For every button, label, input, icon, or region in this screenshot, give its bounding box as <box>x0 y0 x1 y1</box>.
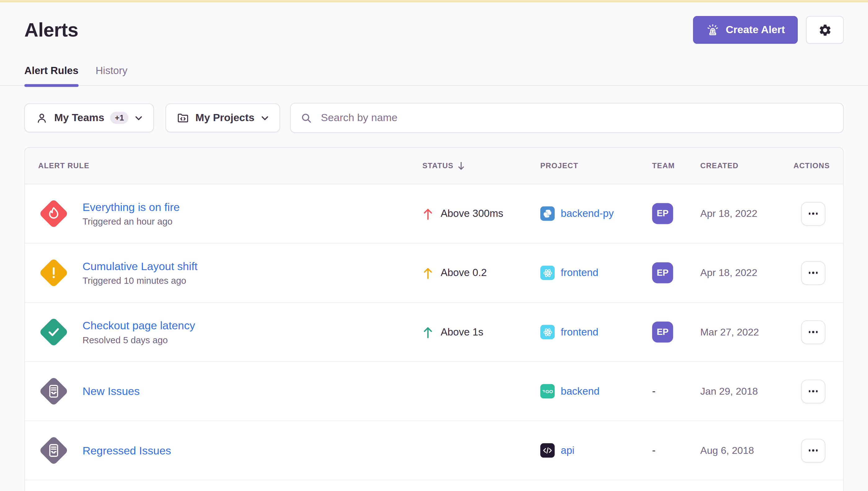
projects-filter-label: My Projects <box>196 112 255 124</box>
alert-rule-subtitle: Resolved 5 days ago <box>82 335 195 345</box>
page-header: Alerts Create Alert <box>0 16 868 44</box>
issues-diamond-icon <box>38 435 69 466</box>
table-row: Checkout page latency Resolved 5 days ag… <box>25 302 843 362</box>
column-header-alert-rule[interactable]: Alert Rule <box>38 162 422 170</box>
chevron-down-icon <box>261 114 269 122</box>
tab-history-label: History <box>95 65 128 77</box>
gear-icon <box>818 23 832 37</box>
sort-descending-arrow-icon <box>457 161 466 171</box>
page-title: Alerts <box>25 19 78 41</box>
arrow-up-icon <box>422 325 433 339</box>
alert-rule-link[interactable]: Everything is on fire <box>82 201 180 213</box>
row-actions-button[interactable] <box>801 379 825 403</box>
created-date: Apr 18, 2022 <box>700 267 789 279</box>
react-platform-icon <box>540 265 554 280</box>
created-date: Apr 18, 2022 <box>700 208 789 220</box>
ellipsis-icon <box>809 450 818 451</box>
svg-text:GO: GO <box>545 389 553 394</box>
column-header-project[interactable]: Project <box>540 162 652 170</box>
teams-filter-label: My Teams <box>54 112 105 124</box>
search-icon <box>300 112 313 124</box>
ellipsis-icon <box>809 390 818 392</box>
table-row: Regressed Issues api - Aug 6, 2018 <box>25 421 843 480</box>
create-alert-label: Create Alert <box>726 24 785 36</box>
team-none: - <box>652 385 655 397</box>
alert-rules-table: Alert Rule Status Project Team Created A… <box>25 147 844 491</box>
python-platform-icon <box>540 206 554 221</box>
chevron-down-icon <box>135 114 143 122</box>
projects-filter-button[interactable]: My Projects <box>166 104 280 132</box>
row-actions-button[interactable] <box>801 320 825 344</box>
alert-rule-subtitle: Triggered an hour ago <box>82 216 180 227</box>
arrow-up-icon <box>422 266 433 280</box>
next-row-partial <box>25 481 843 491</box>
project-link[interactable]: api <box>561 444 575 456</box>
alert-rule-link[interactable]: Checkout page latency <box>82 319 195 332</box>
arrow-up-icon <box>422 207 433 221</box>
status-threshold: Above 0.2 <box>441 267 487 279</box>
active-tab-underline <box>25 84 78 87</box>
issues-diamond-icon <box>38 376 69 407</box>
teams-extra-count-badge: +1 <box>110 112 128 124</box>
tab-history[interactable]: History <box>95 65 128 85</box>
team-none: - <box>652 444 655 456</box>
code-platform-icon <box>540 443 554 458</box>
project-link[interactable]: frontend <box>561 326 598 338</box>
resolved-check-diamond-icon <box>38 317 69 348</box>
status-threshold: Above 1s <box>441 326 483 338</box>
tab-bar: Alert Rules History <box>0 65 868 86</box>
alert-rule-link[interactable]: New Issues <box>82 385 140 398</box>
project-folder-code-icon <box>177 112 189 124</box>
table-row: Everything is on fire Triggered an hour … <box>25 184 843 243</box>
header-actions: Create Alert <box>693 16 843 44</box>
status-threshold: Above 300ms <box>441 207 503 220</box>
search-input[interactable] <box>320 111 834 124</box>
alert-rule-link[interactable]: Cumulative Layout shift <box>82 260 197 272</box>
table-row: New Issues GO backend - Jan 29, 2018 <box>25 362 843 421</box>
created-date: Mar 27, 2022 <box>700 326 789 338</box>
alerts-page: Alerts Create Alert <box>0 0 868 491</box>
fire-critical-diamond-icon <box>38 198 69 229</box>
filter-bar: My Teams +1 My Projects <box>0 103 868 133</box>
row-actions-button[interactable] <box>801 202 825 226</box>
top-banner-strip <box>0 0 868 2</box>
siren-icon <box>706 23 720 37</box>
project-link[interactable]: backend <box>561 385 599 397</box>
team-avatar-badge[interactable]: EP <box>652 203 673 224</box>
teams-filter-button[interactable]: My Teams +1 <box>25 104 154 132</box>
settings-button[interactable] <box>806 16 843 44</box>
column-header-created[interactable]: Created <box>700 162 789 170</box>
ellipsis-icon <box>809 212 818 214</box>
column-header-status[interactable]: Status <box>422 161 540 171</box>
team-avatar-badge[interactable]: EP <box>652 322 673 343</box>
go-platform-icon: GO <box>540 384 554 398</box>
created-date: Aug 6, 2018 <box>700 444 789 456</box>
tab-alert-rules-label: Alert Rules <box>25 65 78 77</box>
tab-alert-rules[interactable]: Alert Rules <box>25 65 78 85</box>
row-actions-button[interactable] <box>801 261 825 285</box>
create-alert-button[interactable]: Create Alert <box>693 16 797 44</box>
column-header-actions: Actions <box>789 162 830 170</box>
alert-rule-link[interactable]: Regressed Issues <box>82 444 171 457</box>
alert-rule-subtitle: Triggered 10 minutes ago <box>82 276 197 286</box>
warning-diamond-icon <box>38 257 69 288</box>
person-icon <box>35 112 48 124</box>
ellipsis-icon <box>809 272 818 273</box>
column-header-team[interactable]: Team <box>652 162 700 170</box>
project-link[interactable]: backend-py <box>561 207 614 220</box>
table-header-row: Alert Rule Status Project Team Created A… <box>25 148 843 184</box>
ellipsis-icon <box>809 331 818 333</box>
react-platform-icon <box>540 325 554 339</box>
search-box <box>290 103 843 133</box>
project-link[interactable]: frontend <box>561 267 598 279</box>
table-row: Cumulative Layout shift Triggered 10 min… <box>25 243 843 302</box>
team-avatar-badge[interactable]: EP <box>652 262 673 284</box>
row-actions-button[interactable] <box>801 439 825 462</box>
created-date: Jan 29, 2018 <box>700 385 789 397</box>
